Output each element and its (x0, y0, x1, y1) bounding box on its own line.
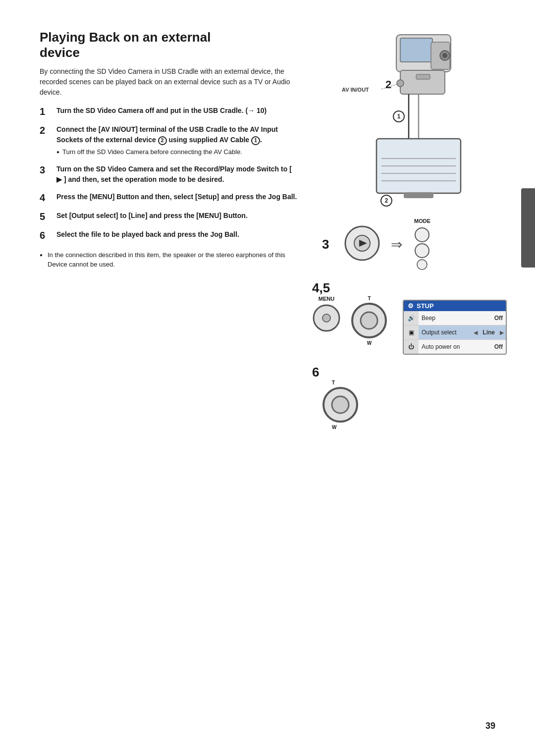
svg-rect-5 (400, 70, 445, 94)
page-container: Playing Back on an external device By co… (0, 0, 535, 756)
beep-label: Beep (419, 313, 491, 324)
page-number: 39 (485, 721, 495, 731)
mode-device-3: MODE (412, 218, 432, 270)
step-2-subnote: Turn off the SD Video Camera before conn… (56, 147, 297, 157)
menu-row-beep: 🔊 Beep Off (404, 311, 506, 325)
svg-rect-19 (404, 192, 433, 198)
w-label-6: W (332, 425, 336, 430)
menu-row-output: ▣ Output select ◀ Line ▶ (404, 325, 506, 340)
autopower-icon: ⏻ (404, 340, 419, 354)
intro-text: By connecting the SD Video Camera in USB… (40, 66, 297, 98)
svg-text:1: 1 (397, 113, 401, 120)
svg-rect-6 (416, 74, 430, 79)
jog-6: T W (312, 380, 500, 430)
step-6: 6 Select the file to be played back and … (40, 229, 297, 241)
autopower-label: Auto power on (419, 341, 491, 352)
svg-point-25 (415, 228, 429, 242)
w-label-45: W (367, 340, 372, 346)
diagram-section-2: AV IN/OUT 2 1 (312, 30, 500, 208)
output-label: Output select (419, 327, 472, 338)
beep-icon: 🔊 (404, 311, 419, 325)
svg-point-27 (417, 260, 427, 270)
right-column: AV IN/OUT 2 1 (312, 30, 500, 430)
menu-header-text: STUP (417, 302, 434, 310)
diagram-6: 6 T W (312, 365, 500, 430)
output-arrow-right: ▶ (498, 329, 506, 336)
diagram-3: 3 ⇒ MODE (312, 218, 500, 270)
badge-1: 1 (251, 136, 260, 145)
step-1-content: Turn the SD Video Camera off and put in … (56, 106, 297, 116)
menu-display-wrapper: ⚙ STUP 🔊 Beep Off ▣ Output select (403, 296, 507, 355)
mode-buttons-svg (412, 226, 432, 270)
step-1: 1 Turn the SD Video Camera off and put i… (40, 106, 297, 117)
step-2: 2 Connect the [AV IN/OUT] terminal of th… (40, 124, 297, 157)
right-tab (521, 188, 535, 268)
step-5: 5 Set [Output select] to [Line] and pres… (40, 211, 297, 222)
step-6-label: 6 (312, 365, 319, 379)
svg-point-4 (442, 53, 447, 58)
output-arrow-left: ◀ (472, 329, 480, 336)
jog-device-3 (344, 225, 381, 264)
step-6-number: 6 (40, 229, 52, 241)
jog-tw-control: T W (351, 296, 388, 346)
menu-row-autopower: ⏻ Auto power on Off (404, 340, 506, 354)
mode-label: MODE (414, 218, 430, 224)
step-3-label: 3 (322, 237, 329, 252)
jog-ball-6-svg (322, 386, 359, 424)
jog-ball-3-svg (344, 225, 381, 262)
section-title: Playing Back on an external device (40, 30, 297, 60)
svg-point-26 (415, 244, 429, 258)
svg-point-33 (332, 396, 349, 413)
menu-icon: ⚙ (408, 302, 414, 310)
content-area: Playing Back on an external device By co… (40, 30, 500, 430)
diagram-45: 4,5 MENU T (312, 280, 500, 355)
diagram-2-svg: AV IN/OUT 2 1 (312, 30, 481, 208)
jog-tw-svg (351, 302, 388, 339)
output-icon: ▣ (404, 325, 419, 339)
svg-rect-1 (400, 38, 432, 62)
bottom-note: In the connection described in this item… (40, 250, 297, 270)
beep-value: Off (491, 313, 506, 324)
step-6-content: Select the file to be played back and pr… (56, 229, 297, 240)
av-label: AV IN/OUT (342, 87, 369, 93)
t-label-45: T (368, 296, 371, 301)
svg-text:2: 2 (385, 197, 388, 204)
menu-display: ⚙ STUP 🔊 Beep Off ▣ Output select (403, 300, 507, 355)
autopower-value: Off (491, 341, 506, 352)
step-4-content: Press the [MENU] Button and then, select… (56, 192, 297, 202)
left-column: Playing Back on an external device By co… (40, 30, 297, 430)
svg-point-29 (322, 314, 330, 322)
step-3: 3 Turn on the SD Video Camera and set th… (40, 164, 297, 185)
output-value: Line (480, 327, 498, 338)
step-2-content: Connect the [AV IN/OUT] terminal of the … (56, 124, 297, 157)
step-5-number: 5 (40, 211, 52, 222)
step-3-content: Turn on the SD Video Camera and set the … (56, 164, 297, 185)
step-5-content: Set [Output select] to [Line] and press … (56, 211, 297, 221)
step-2-number: 2 (40, 124, 52, 136)
menu-label: MENU (319, 296, 334, 302)
step-4-number: 4 (40, 192, 52, 204)
step-4: 4 Press the [MENU] Button and then, sele… (40, 192, 297, 204)
badge-2: 2 (158, 136, 167, 145)
menu-header: ⚙ STUP (404, 301, 506, 311)
steps-list: 1 Turn the SD Video Camera off and put i… (40, 106, 297, 241)
svg-point-31 (361, 312, 377, 329)
step-3-number: 3 (40, 164, 52, 176)
camera-control-area: MENU T W (312, 296, 500, 355)
svg-point-8 (397, 80, 404, 87)
arrow-right-3: ⇒ (391, 236, 402, 253)
menu-knob: MENU (312, 296, 341, 332)
svg-text:2: 2 (385, 78, 391, 91)
menu-knob-svg (312, 304, 341, 332)
t-label-6: T (332, 380, 335, 385)
step-1-number: 1 (40, 106, 52, 117)
step-45-label: 4,5 (312, 280, 330, 295)
